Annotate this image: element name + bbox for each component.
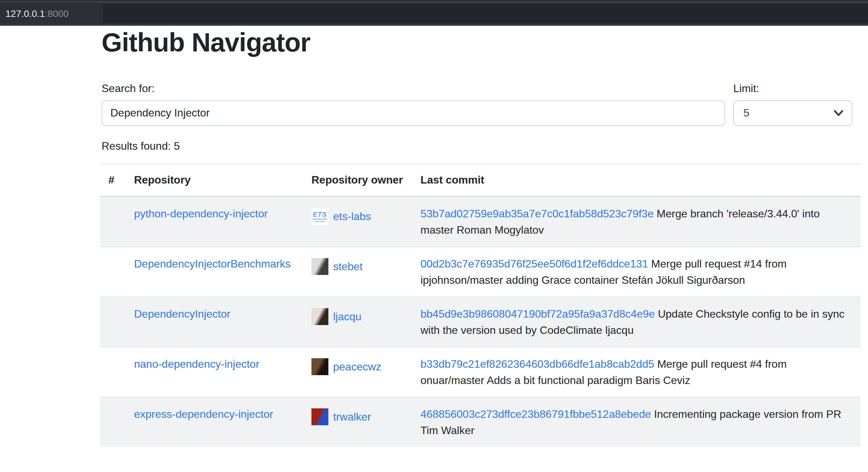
screen: 127.0.0.1:8000 Github Navigator Search f… xyxy=(0,0,868,472)
table-body: python-dependency-injectorETS ets-labs53… xyxy=(100,196,861,447)
search-input[interactable] xyxy=(102,100,725,126)
owner-link[interactable]: peacecwz xyxy=(333,359,381,375)
table-header-row: # Repository Repository owner Last commi… xyxy=(100,164,861,196)
commit-sha-link[interactable]: bb45d9e3b98608047190bf72a95fa9a37d8c4e9e xyxy=(420,308,655,320)
limit-label: Limit: xyxy=(733,82,759,95)
repository-link[interactable]: DependencyInjector xyxy=(134,308,231,320)
table-row: express-dependency-injector trwalker4688… xyxy=(100,397,861,447)
owner-cell: peacecwz xyxy=(303,347,412,397)
row-index-cell xyxy=(100,297,126,347)
owner-link[interactable]: ljacqu xyxy=(333,308,362,325)
last-commit-cell: 53b7ad02759e9ab35a7e7c0c1fab58d523c79f3e… xyxy=(412,196,861,247)
owner-avatar xyxy=(311,258,328,275)
row-index-cell xyxy=(100,196,126,247)
repository-link[interactable]: python-dependency-injector xyxy=(134,208,268,219)
results-table: # Repository Repository owner Last commi… xyxy=(100,164,861,447)
owner-avatar xyxy=(311,308,328,325)
table-row: python-dependency-injectorETS ets-labs53… xyxy=(100,196,861,247)
owner-link[interactable]: trwalker xyxy=(333,409,371,425)
commit-author: Stefán Jökull Sigurðarson xyxy=(622,274,745,286)
header-owner: Repository owner xyxy=(303,164,412,196)
last-commit-cell: 00d2b3c7e76935d76f25ee50f6d1f2ef6ddce131… xyxy=(412,247,861,297)
last-commit-cell: bb45d9e3b98608047190bf72a95fa9a37d8c4e9e… xyxy=(412,297,861,347)
owner-avatar xyxy=(311,408,328,425)
url-host: 127.0.0.1 xyxy=(5,8,45,19)
commit-author: Baris Ceviz xyxy=(635,374,690,386)
row-index-cell xyxy=(100,247,126,297)
row-index-cell xyxy=(100,347,126,397)
owner-cell: ETS ets-labs xyxy=(303,196,412,247)
browser-chrome: 127.0.0.1:8000 xyxy=(0,0,868,26)
owner-avatar-logo: ETS xyxy=(311,208,328,225)
commit-author: Roman Mogylatov xyxy=(457,224,544,236)
last-commit-cell: b33db79c21ef8262364603db66dfe1ab8cab2dd5… xyxy=(412,347,861,397)
last-commit-cell: 468856003c273dffce23b86791fbbe512a8ebede… xyxy=(412,397,861,447)
browser-tab[interactable]: 127.0.0.1:8000 xyxy=(0,3,103,24)
chrome-bottom-edge xyxy=(0,24,868,26)
owner-avatar xyxy=(311,358,328,375)
repository-link[interactable]: nano-dependency-injector xyxy=(134,358,259,370)
commit-author: Tim Walker xyxy=(420,425,474,436)
results-count: Results found: 5 xyxy=(102,140,180,152)
commit-sha-link[interactable]: b33db79c21ef8262364603db66dfe1ab8cab2dd5 xyxy=(420,358,654,370)
chevron-down-icon xyxy=(833,110,844,117)
limit-select[interactable]: 5 xyxy=(733,100,852,126)
header-last-commit: Last commit xyxy=(412,164,861,196)
owner-cell: trwalker xyxy=(303,397,412,447)
commit-sha-link[interactable]: 468856003c273dffce23b86791fbbe512a8ebede xyxy=(420,408,651,420)
search-label: Search for: xyxy=(102,82,155,95)
table-row: DependencyInjector ljacqubb45d9e3b986080… xyxy=(100,297,861,347)
repository-link[interactable]: express-dependency-injector xyxy=(134,408,273,420)
repository-cell: express-dependency-injector xyxy=(126,397,303,447)
header-repository: Repository xyxy=(126,164,303,196)
commit-sha-link[interactable]: 00d2b3c7e76935d76f25ee50f6d1f2ef6ddce131 xyxy=(420,258,648,270)
url-port: :8000 xyxy=(45,8,69,19)
table-row: DependencyInjectorBenchmarks stebet00d2b… xyxy=(100,247,861,297)
table-row: nano-dependency-injector peacecwzb33db79… xyxy=(100,347,861,397)
owner-link[interactable]: stebet xyxy=(333,258,363,275)
commit-message: Incrementing package version from PR xyxy=(654,408,841,420)
chrome-top-edge xyxy=(0,1,868,3)
commit-sha-link[interactable]: 53b7ad02759e9ab35a7e7c0c1fab58d523c79f3e xyxy=(420,208,654,219)
repository-cell: DependencyInjector xyxy=(126,297,303,347)
repository-cell: nano-dependency-injector xyxy=(126,347,303,397)
row-index-cell xyxy=(100,397,126,447)
commit-author: ljacqu xyxy=(605,324,634,336)
repository-cell: python-dependency-injector xyxy=(126,196,303,247)
limit-selected-value: 5 xyxy=(743,107,750,119)
repository-link[interactable]: DependencyInjectorBenchmarks xyxy=(134,258,290,270)
owner-cell: stebet xyxy=(303,247,412,297)
header-index: # xyxy=(100,164,126,196)
repository-cell: DependencyInjectorBenchmarks xyxy=(126,247,303,297)
owner-cell: ljacqu xyxy=(303,297,412,347)
owner-link[interactable]: ets-labs xyxy=(333,208,371,224)
page-title: Github Navigator xyxy=(102,28,310,58)
